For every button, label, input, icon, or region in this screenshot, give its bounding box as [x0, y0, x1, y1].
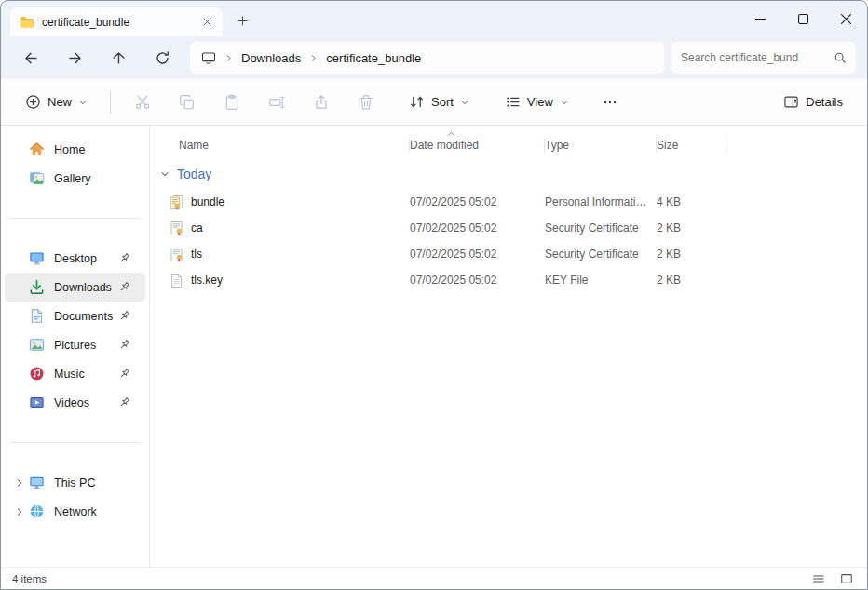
column-header-label: Type	[545, 139, 569, 152]
sort-button[interactable]: Sort	[400, 87, 479, 116]
left-button[interactable]	[12, 41, 49, 74]
desktop-icon	[29, 250, 46, 267]
sidebar-item-label: Music	[54, 368, 114, 381]
copy-icon	[179, 94, 196, 111]
refresh-button[interactable]	[143, 41, 181, 74]
sidebar-item-downloads[interactable]: Downloads	[5, 273, 145, 302]
minimize-button[interactable]	[739, 1, 781, 36]
items-count: 4 items	[12, 573, 47, 584]
column-headers: Name Date modified Type Size	[150, 131, 867, 159]
status-bar: 4 items	[1, 567, 867, 589]
close-button[interactable]	[824, 1, 867, 36]
arrow-right-icon	[67, 50, 83, 66]
sidebar-item-label: Pictures	[54, 339, 114, 352]
sidebar-item-music[interactable]: Music	[5, 359, 145, 388]
paste-icon	[224, 94, 240, 111]
column-header-date-modified[interactable]: Date modified	[410, 131, 545, 159]
toolbar-separator	[110, 91, 111, 114]
sidebar-item-desktop[interactable]: Desktop	[5, 244, 145, 273]
sidebar-item-home[interactable]: Home	[5, 135, 145, 164]
sort-icon	[409, 94, 425, 110]
arrow-left-icon	[23, 50, 39, 66]
file-type: Security Certificate	[545, 221, 657, 235]
breadcrumb[interactable]: Downloads certificate_bundle	[190, 42, 664, 74]
file-row-bundle[interactable]: bundle07/02/2025 05:02Personal Informati…	[150, 189, 867, 215]
group-header-today[interactable]: Today	[150, 159, 867, 189]
paste-button	[213, 86, 251, 119]
arrow-up-icon	[111, 50, 127, 66]
details-button[interactable]: Details	[774, 87, 852, 116]
chevron-right-icon	[308, 53, 319, 63]
column-header-type[interactable]: Type	[545, 131, 657, 159]
sidebar-item-label: This PC	[54, 476, 140, 489]
tab-certificate-bundle[interactable]: certificate_bundle	[10, 7, 223, 36]
breadcrumb-certificate-bundle[interactable]: certificate_bundle	[326, 51, 421, 65]
chevron-right-icon	[224, 53, 234, 63]
cert-bundle-icon	[169, 194, 184, 210]
sidebar-separator	[10, 442, 140, 443]
downloads-icon	[29, 279, 46, 296]
window-body: HomeGalleryDesktopDownloadsDocumentsPict…	[1, 126, 867, 567]
column-header-label: Name	[179, 139, 209, 152]
file-row-tls[interactable]: tls07/02/2025 05:02Security Certificate2…	[150, 241, 867, 267]
chevron-right-icon[interactable]	[10, 477, 29, 489]
cut-icon	[134, 94, 151, 111]
search-icon[interactable]	[834, 51, 847, 64]
details-view-icon[interactable]	[809, 570, 828, 587]
nav-buttons	[12, 41, 181, 74]
network-icon	[29, 503, 46, 520]
file-name-cell: ca	[150, 221, 410, 236]
thispc-icon	[29, 475, 46, 491]
window-controls	[739, 1, 867, 36]
tab-close-icon[interactable]	[198, 14, 215, 31]
file-row-ca[interactable]: ca07/02/2025 05:02Security Certificate2 …	[150, 215, 867, 241]
file-size: 2 KB	[657, 221, 726, 235]
sidebar-item-documents[interactable]: Documents	[5, 302, 145, 330]
chevron-right-icon[interactable]	[10, 506, 29, 517]
up-button[interactable]	[100, 41, 137, 74]
group-label: Today	[177, 167, 211, 181]
more-options-button[interactable]	[591, 86, 629, 119]
column-header-name[interactable]: Name	[150, 131, 410, 159]
sidebar-item-this-pc[interactable]: This PC	[5, 468, 145, 497]
plus-circle-icon	[25, 94, 41, 110]
chevron-down-icon[interactable]	[159, 168, 170, 180]
sidebar-item-label: Documents	[54, 310, 114, 323]
file-name-cell: bundle	[150, 194, 410, 210]
documents-icon	[29, 308, 46, 325]
copy-button	[169, 86, 206, 119]
sidebar-item-gallery[interactable]: Gallery	[5, 164, 145, 193]
sort-button-label: Sort	[431, 95, 454, 109]
sidebar-item-label: Home	[54, 143, 140, 156]
address-bar: Downloads certificate_bundle	[1, 36, 867, 79]
large-icons-view-icon[interactable]	[837, 570, 856, 587]
file-row-tls.key[interactable]: tls.key07/02/2025 05:02KEY File2 KB	[150, 267, 867, 293]
sidebar-item-videos[interactable]: Videos	[5, 388, 145, 417]
sidebar-item-pictures[interactable]: Pictures	[5, 330, 145, 359]
file-date: 07/02/2025 05:02	[410, 274, 545, 287]
new-tab-button[interactable]	[230, 8, 254, 33]
search-box	[671, 42, 856, 74]
chevron-down-icon	[78, 98, 88, 107]
column-header-size[interactable]: Size	[657, 131, 726, 159]
breadcrumb-downloads[interactable]: Downloads	[241, 51, 301, 65]
clipboard-tools	[124, 86, 385, 119]
search-input[interactable]	[681, 51, 828, 64]
sidebar-item-network[interactable]: Network	[5, 497, 145, 526]
details-pane-icon	[783, 94, 799, 110]
maximize-button[interactable]	[781, 1, 824, 36]
cut-button	[124, 86, 161, 119]
navigation-pane: HomeGalleryDesktopDownloadsDocumentsPict…	[1, 126, 150, 567]
file-type: Security Certificate	[545, 248, 657, 261]
view-button[interactable]: View	[495, 87, 578, 116]
refresh-icon	[155, 50, 170, 66]
file-explorer-window: certificate_bundle	[0, 0, 868, 590]
file-name: bundle	[191, 195, 224, 208]
new-button[interactable]: New	[16, 87, 97, 116]
view-icon	[505, 94, 521, 110]
sort-ascending-icon	[447, 131, 455, 137]
command-toolbar: New Sort View	[1, 79, 867, 126]
file-name-cell: tls	[150, 247, 410, 262]
file-type: Personal Informati…	[545, 195, 657, 208]
file-name: tls	[191, 248, 202, 261]
